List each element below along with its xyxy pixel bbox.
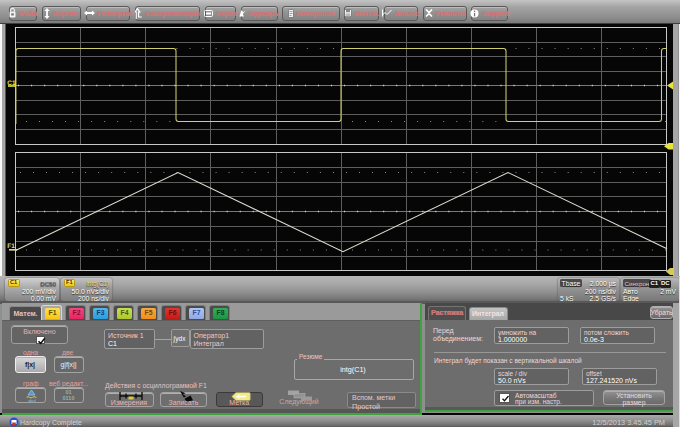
svg-text:abcd: abcd [28,399,35,403]
